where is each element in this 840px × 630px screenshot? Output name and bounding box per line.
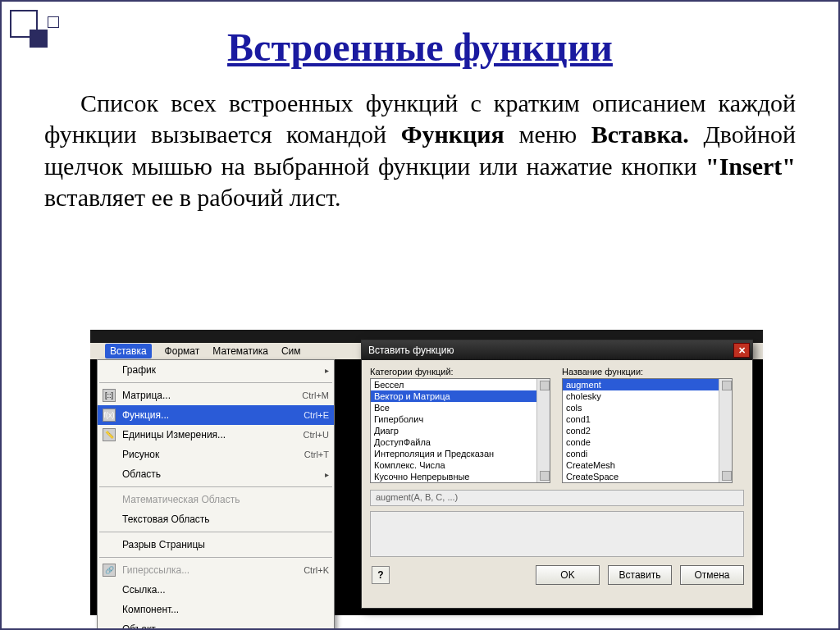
menu-item[interactable]: 📏Единицы Измерения...Ctrl+U xyxy=(98,425,334,445)
list-item[interactable]: CreateSpace xyxy=(563,471,732,482)
body-bold-insertmenu: Вставка. xyxy=(591,121,689,148)
body-run-4: вставляет ее в рабочий лист. xyxy=(44,184,341,211)
body-bold-function: Функция xyxy=(401,121,504,148)
list-item[interactable]: Интерполяция и Предсказан xyxy=(371,448,550,459)
menu-sym[interactable]: Сим xyxy=(281,345,301,357)
list-item[interactable]: cond2 xyxy=(563,425,732,436)
formula-preview: augment(A, B, C, ...) xyxy=(370,490,744,506)
ok-button[interactable]: OK xyxy=(536,565,600,585)
functions-listbox[interactable]: augmentcholeskycolscond1cond2condecondiC… xyxy=(562,378,733,483)
menu-item[interactable]: Ссылка... xyxy=(98,580,334,600)
menu-item-shortcut: Ctrl+U xyxy=(304,430,329,440)
menu-item-label: Рисунок xyxy=(122,449,159,460)
menu-format[interactable]: Формат xyxy=(165,345,200,357)
menu-item-shortcut: Ctrl+M xyxy=(302,390,329,400)
slide-corner-decoration xyxy=(10,10,75,51)
menu-item: 🔗Гиперссылка...Ctrl+K xyxy=(98,560,334,580)
menu-item-label: Матрица... xyxy=(122,390,171,401)
embedded-screenshot: Вставка Формат Математика Сим График▸[::… xyxy=(90,330,763,615)
list-item[interactable]: Диагр xyxy=(371,425,550,436)
function-names-label: Название функции: xyxy=(562,367,733,377)
menu-item[interactable]: Область▸ xyxy=(98,464,334,484)
list-item[interactable]: Все xyxy=(371,402,550,413)
categories-listbox[interactable]: БесселВектор и МатрицаВсеГиперболичДиагр… xyxy=(370,378,550,483)
menu-item-label: Математическая Область xyxy=(122,494,240,505)
menu-item-shortcut: Ctrl+E xyxy=(304,410,329,420)
chevron-right-icon: ▸ xyxy=(325,366,329,375)
menu-item-label: Объект... xyxy=(122,623,163,630)
menu-item-label: Ссылка... xyxy=(122,584,165,596)
list-item[interactable]: Гиперболич xyxy=(371,413,550,425)
menu-item[interactable]: Разрыв Страницы xyxy=(98,535,334,555)
menu-item-label: Компонент... xyxy=(122,604,179,615)
list-item[interactable]: condi xyxy=(563,448,732,459)
menu-item-shortcut: Ctrl+K xyxy=(304,565,329,575)
close-icon[interactable]: ✕ xyxy=(733,343,750,358)
help-button[interactable]: ? xyxy=(372,566,390,584)
menu-item: Математическая Область xyxy=(98,490,334,509)
menu-item[interactable]: Компонент... xyxy=(98,600,334,619)
menu-item-label: Разрыв Страницы xyxy=(122,539,205,550)
list-item[interactable]: cond1 xyxy=(563,413,732,425)
cancel-button[interactable]: Отмена xyxy=(680,565,744,585)
body-run-2: меню xyxy=(518,121,591,148)
list-item[interactable]: cholesky xyxy=(563,390,732,402)
scrollbar-icon[interactable] xyxy=(719,379,732,482)
slide-title: Встроенные функции xyxy=(2,25,838,70)
menu-item[interactable]: Объект... xyxy=(98,619,334,630)
list-item[interactable]: Кусочно Непрерывные xyxy=(371,471,550,482)
menu-item-label: Гиперссылка... xyxy=(122,564,189,576)
insert-function-dialog: Вставить функцию ✕ Категории функций: Бе… xyxy=(361,340,753,609)
list-item[interactable]: Комплекс. Числа xyxy=(371,459,550,471)
menu-item-shortcut: Ctrl+T xyxy=(304,450,329,459)
menu-item-label: Область xyxy=(122,468,161,480)
dialog-titlebar: Вставить функцию ✕ xyxy=(362,340,752,360)
list-item[interactable]: ДоступФайла xyxy=(371,436,550,448)
menu-item-label: Текстовая Область xyxy=(122,514,210,525)
menu-item-icon: [::] xyxy=(103,389,116,402)
menu-item-label: График xyxy=(122,364,156,376)
menu-item-icon: 📏 xyxy=(103,428,116,441)
body-bold-insertbtn: "Insert" xyxy=(705,153,796,180)
menu-insert[interactable]: Вставка xyxy=(105,344,152,358)
list-item[interactable]: cols xyxy=(563,402,732,413)
description-box xyxy=(370,511,744,557)
list-item[interactable]: Бессел xyxy=(371,379,550,390)
chevron-right-icon: ▸ xyxy=(325,470,329,479)
list-item[interactable]: augment xyxy=(563,379,732,390)
slide-body-text: Список всех встроенных функций с кратким… xyxy=(44,88,796,214)
insert-button[interactable]: Вставить xyxy=(608,565,672,585)
menu-item[interactable]: [::]Матрица...Ctrl+M xyxy=(98,386,334,405)
menu-item-label: Единицы Измерения... xyxy=(122,429,226,441)
menu-math[interactable]: Математика xyxy=(212,345,268,357)
dialog-title-text: Вставить функцию xyxy=(368,345,454,356)
menu-item[interactable]: Текстовая Область xyxy=(98,509,334,529)
list-item[interactable]: CreateMesh xyxy=(563,459,732,471)
list-item[interactable]: Вектор и Матрица xyxy=(371,390,550,402)
menu-item[interactable]: График▸ xyxy=(98,360,334,380)
menu-item[interactable]: f(x)Функция...Ctrl+E xyxy=(98,405,334,425)
menu-item-icon: f(x) xyxy=(103,409,116,422)
menu-item-label: Функция... xyxy=(122,409,169,421)
menu-item-icon: 🔗 xyxy=(103,564,116,577)
list-item[interactable]: conde xyxy=(563,436,732,448)
scrollbar-icon[interactable] xyxy=(536,379,550,482)
categories-label: Категории функций: xyxy=(370,367,550,377)
insert-menu-dropdown: График▸[::]Матрица...Ctrl+Mf(x)Функция..… xyxy=(97,359,335,630)
menu-item[interactable]: РисунокCtrl+T xyxy=(98,445,334,464)
